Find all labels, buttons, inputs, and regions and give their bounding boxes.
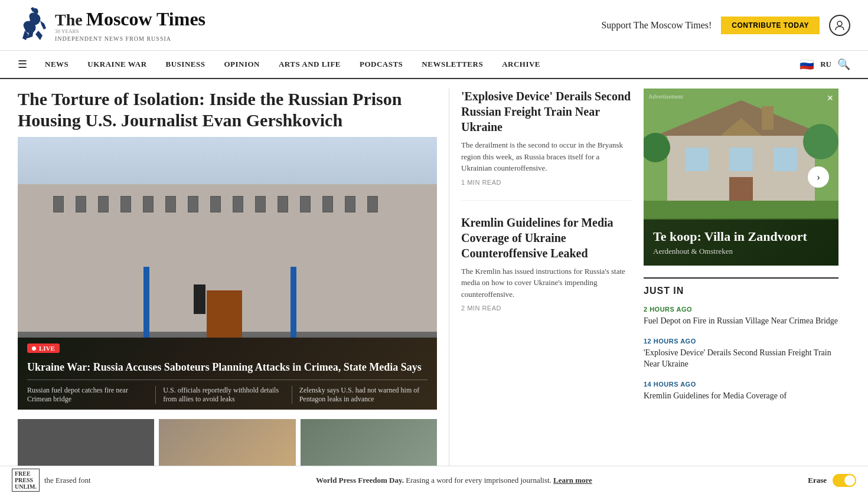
svg-rect-6	[762, 106, 774, 130]
support-text: Support The Moscow Times!	[601, 20, 712, 31]
just-in-text-1[interactable]: Fuel Depot on Fire in Russian Village Ne…	[644, 315, 838, 327]
logo-icon	[18, 6, 50, 44]
svg-point-13	[803, 124, 838, 159]
live-ticker-1[interactable]: Russian fuel depot catches fire near Cri…	[27, 386, 156, 404]
just-in-title: Just In	[644, 277, 838, 296]
feature-image	[18, 137, 437, 338]
prison-window	[165, 196, 176, 212]
article-1-title[interactable]: 'Explosive Device' Derails Second Russia…	[461, 89, 632, 135]
feature-article: The Torture of Isolation: Inside the Rus…	[18, 89, 437, 466]
prison-window	[76, 196, 86, 212]
prison-window	[255, 196, 266, 212]
logo-text: The 30 YEARS Moscow Times Independent Ne…	[55, 8, 205, 42]
just-in-item-2: 12 Hours Ago 'Explosive Device' Derails …	[644, 338, 838, 370]
prison-window	[53, 196, 64, 212]
gate-left	[143, 267, 149, 338]
gate-right	[291, 267, 296, 338]
live-dot	[32, 346, 36, 351]
logo-subtitle: Independent News From Russia	[55, 35, 205, 42]
hamburger-icon[interactable]: ☰	[18, 58, 27, 71]
svg-rect-7	[685, 148, 709, 171]
live-tickers: Russian fuel depot catches fire near Cri…	[27, 380, 428, 404]
header: The 30 YEARS Moscow Times Independent Ne…	[0, 0, 868, 51]
prison-figure	[194, 284, 205, 314]
russia-flag-icon: 🇷🇺	[800, 57, 814, 71]
just-in-text-3[interactable]: Kremlin Guidelines for Media Coverage of	[644, 390, 838, 402]
logo-years: 30 YEARS	[55, 28, 83, 34]
live-badge: LIVE	[27, 343, 60, 353]
svg-rect-8	[729, 148, 753, 171]
account-icon[interactable]	[829, 15, 850, 36]
bottom-card-1	[18, 419, 154, 466]
nav-item-podcasts[interactable]: Podcasts	[351, 60, 411, 69]
prison-door	[207, 290, 242, 338]
bottom-card-3	[301, 419, 437, 466]
svg-point-0	[33, 8, 38, 13]
ad-close-button[interactable]: ✕	[827, 93, 834, 103]
center-articles: 'Explosive Device' Derails Second Russia…	[449, 89, 632, 466]
nav-item-ukraine-war[interactable]: Ukraine War	[79, 60, 155, 69]
feature-title[interactable]: The Torture of Isolation: Inside the Rus…	[18, 89, 437, 131]
prison-window	[322, 196, 333, 212]
prison-window	[210, 196, 221, 212]
nav-item-newsletters[interactable]: Newsletters	[413, 60, 491, 69]
live-ticker-3[interactable]: Zelensky says U.S. had not warned him of…	[292, 386, 428, 404]
right-sidebar: Advertisement ✕ Te koop: Villa in Zandvo…	[644, 89, 838, 466]
just-in-time-2: 12 Hours Ago	[644, 338, 838, 345]
article-2-title[interactable]: Kremlin Guidelines for Media Coverage of…	[461, 215, 632, 261]
article-item-2: Kremlin Guidelines for Media Coverage of…	[461, 215, 632, 326]
nav-item-archive[interactable]: Archive	[494, 60, 549, 69]
just-in-time-1: 2 Hours Ago	[644, 306, 838, 313]
article-1-meta: 1 Min Read	[461, 179, 632, 186]
ad-block: Advertisement ✕ Te koop: Villa in Zandvo…	[644, 89, 838, 266]
ad-subtitle: Aerdenhout & Omstreken	[653, 247, 809, 256]
live-section: LIVE Ukraine War: Russia Accuses Saboteu…	[18, 338, 437, 410]
prison-window	[143, 196, 154, 212]
prison-window	[98, 196, 109, 212]
nav-item-news[interactable]: News	[37, 60, 77, 69]
prison-window	[233, 196, 243, 212]
main-content: The Torture of Isolation: Inside the Rus…	[0, 89, 868, 466]
just-in-text-2[interactable]: 'Explosive Device' Derails Second Russia…	[644, 347, 838, 370]
prison-window	[300, 196, 311, 212]
prison-window	[367, 196, 378, 212]
article-2-meta: 2 Min Read	[461, 305, 632, 312]
prison-window	[120, 196, 131, 212]
contribute-button[interactable]: Contribute Today	[721, 17, 820, 34]
search-icon[interactable]: 🔍	[837, 58, 850, 71]
live-ticker-2[interactable]: U.S. officials reportedly withhold detai…	[156, 386, 292, 404]
just-in-time-3: 14 Hours Ago	[644, 381, 838, 388]
svg-rect-11	[644, 201, 838, 218]
just-in-item-3: 14 Hours Ago Kremlin Guidelines for Medi…	[644, 381, 838, 402]
ad-label: Advertisement	[648, 93, 683, 100]
article-1-summary: The derailment is the second to occur in…	[461, 139, 632, 174]
prison-window	[188, 196, 198, 212]
logo-name: Moscow Times	[86, 8, 205, 30]
nav: ☰ News Ukraine War Business Opinion Arts…	[0, 51, 868, 79]
ad-next-button[interactable]: ›	[808, 166, 829, 188]
svg-point-1	[837, 21, 842, 26]
article-2-summary: The Kremlin has issued instructions for …	[461, 266, 632, 300]
ru-language-button[interactable]: RU	[820, 60, 831, 69]
nav-item-business[interactable]: Business	[158, 60, 214, 69]
header-right: Support The Moscow Times! Contribute Tod…	[601, 15, 850, 36]
prison-window	[345, 196, 355, 212]
just-in-item-1: 2 Hours Ago Fuel Depot on Fire in Russia…	[644, 306, 838, 327]
article-item-1: 'Explosive Device' Derails Second Russia…	[461, 89, 632, 201]
footer-bar: FREEPRESSUNLIM. the Erased font World Pr…	[0, 466, 868, 466]
nav-item-arts[interactable]: Arts and Life	[270, 60, 349, 69]
prison-window	[278, 196, 288, 212]
just-in-section: Just In 2 Hours Ago Fuel Depot on Fire i…	[644, 277, 838, 401]
ad-house-image	[644, 89, 838, 218]
logo-area: The 30 YEARS Moscow Times Independent Ne…	[18, 6, 205, 44]
bottom-card-2	[159, 419, 295, 466]
live-headline[interactable]: Ukraine War: Russia Accuses Saboteurs Pl…	[27, 361, 428, 374]
ad-title[interactable]: Te koop: Villa in Zandvoort	[653, 229, 809, 244]
ad-image: Advertisement ✕ Te koop: Villa in Zandvo…	[644, 89, 838, 266]
svg-rect-9	[774, 148, 797, 171]
nav-item-opinion[interactable]: Opinion	[216, 60, 268, 69]
logo-the: The 30 YEARS	[55, 11, 83, 34]
